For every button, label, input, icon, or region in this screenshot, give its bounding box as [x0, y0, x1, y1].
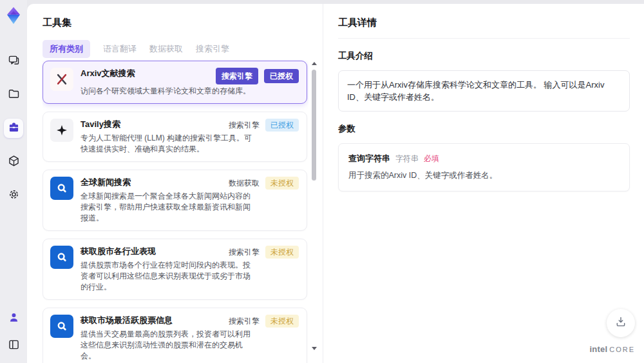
category-tab[interactable]: 数据获取: [149, 40, 183, 58]
category-badge: 搜索引擎: [229, 315, 260, 328]
scroll-up-arrow[interactable]: [312, 62, 317, 65]
auth-status-badge: 未授权: [265, 315, 299, 328]
tool-card[interactable]: Arxiv文献搜索 搜索引擎 已授权 访问各个研究领域大量科学论文和文章的存储库…: [43, 61, 307, 104]
tool-description: 提供当天交易量最高的股票列表，投资者可以利用这些信息来识别流动性强的股票和潜在的…: [80, 329, 256, 362]
auth-status-badge: 已授权: [264, 69, 299, 83]
sparkle-icon: [50, 119, 73, 142]
tool-name: Arxiv文献搜索: [80, 68, 135, 79]
tool-card[interactable]: 获取股市各行业表现 搜索引擎 未授权 提供股票市场各个行业在特定时间段内的表现。…: [43, 239, 307, 300]
page-title: 工具集: [43, 17, 71, 29]
arxiv-icon: [50, 68, 73, 91]
tool-description: 专为人工智能代理 (LLM) 构建的搜索引擎工具。可快速提供实时、准确和真实的结…: [80, 133, 256, 155]
tool-description: 全球新闻搜索是一个聚合全球各大新闻网站内容的搜索引擎，帮助用户快速获取全球最新资…: [80, 191, 256, 224]
tool-description: 访问各个研究领域大量科学论文和文章的存储库。: [80, 86, 256, 97]
sidebar-item-toolbox[interactable]: [4, 119, 23, 138]
category-tab[interactable]: 语言翻译: [103, 40, 137, 58]
app-window: 工具集 所有类别 语言翻译 数据获取 搜索引擎: [0, 0, 644, 363]
tool-card[interactable]: 全球新闻搜索 数据获取 未授权 全球新闻搜索是一个聚合全球各大新闻网站内容的搜索…: [43, 170, 307, 231]
param-description: 用于搜索的Arxiv ID、关键字或作者姓名。: [348, 170, 620, 181]
intro-text: 一个用于从Arxiv存储库搜索科学论文和文章的工具。 输入可以是Arxiv ID…: [338, 70, 630, 112]
sidebar-item-settings[interactable]: [4, 186, 23, 205]
tool-list: Arxiv文献搜索 搜索引擎 已授权 访问各个研究领域大量科学论文和文章的存储库…: [43, 61, 308, 363]
tool-name: 全球新闻搜索: [80, 177, 131, 188]
tool-card[interactable]: 获取市场最活跃股票信息 搜索引擎 未授权 提供当天交易量最高的股票列表，投资者可…: [43, 308, 307, 363]
news-search-icon: [50, 177, 73, 200]
download-icon: [614, 315, 627, 331]
tools-panel: 工具集 所有类别 语言翻译 数据获取 搜索引擎: [27, 4, 323, 363]
category-badge: 搜索引擎: [229, 119, 260, 132]
sidebar-item-account[interactable]: [4, 309, 23, 328]
list-scrollbar[interactable]: [311, 61, 317, 351]
auth-status-badge: 已授权: [265, 119, 299, 132]
param-name: 查询字符串: [348, 153, 390, 164]
cube-icon: [7, 154, 21, 170]
app-logo-icon: [3, 5, 24, 26]
tool-name: 获取市场最活跃股票信息: [80, 315, 173, 326]
gear-icon: [7, 188, 21, 204]
detail-title: 工具详情: [338, 17, 630, 39]
panel-icon: [7, 338, 21, 354]
tool-name: Tavily搜索: [80, 119, 120, 130]
params-heading: 参数: [338, 123, 630, 135]
main-content: 工具集 所有类别 语言翻译 数据获取 搜索引擎: [27, 4, 644, 363]
category-tabs: 所有类别 语言翻译 数据获取 搜索引擎: [43, 40, 229, 58]
chat-icon: [7, 54, 21, 70]
sidebar-item-collapse[interactable]: [4, 336, 23, 355]
download-button[interactable]: [607, 309, 635, 337]
auth-status-badge: 未授权: [265, 246, 299, 259]
sidebar-item-files[interactable]: [4, 85, 23, 104]
tool-name: 获取股市各行业表现: [80, 246, 156, 257]
scrollbar-thumb[interactable]: [312, 70, 316, 181]
param-type: 字符串: [395, 153, 419, 164]
category-tab[interactable]: 所有类别: [43, 40, 90, 58]
folder-icon: [7, 87, 21, 103]
category-badge: 搜索引擎: [216, 68, 258, 84]
category-badge: 数据获取: [229, 177, 260, 190]
intro-heading: 工具介绍: [338, 50, 630, 62]
sidebar-item-models[interactable]: [4, 152, 23, 172]
auth-status-badge: 未授权: [265, 177, 299, 190]
user-icon: [7, 311, 21, 327]
category-badge: 搜索引擎: [229, 246, 260, 259]
tool-detail-panel: 工具详情 工具介绍 一个用于从Arxiv存储库搜索科学论文和文章的工具。 输入可…: [324, 4, 644, 363]
scroll-down-arrow[interactable]: [312, 347, 317, 350]
sidebar-item-chat[interactable]: [4, 52, 23, 71]
tool-card[interactable]: Tavily搜索 搜索引擎 已授权 专为人工智能代理 (LLM) 构建的搜索引擎…: [43, 112, 307, 162]
intel-core-logo: intel core: [589, 344, 635, 354]
toolbox-icon: [7, 121, 21, 137]
parameter-card: 查询字符串 字符串 必填 用于搜索的Arxiv ID、关键字或作者姓名。: [338, 143, 630, 191]
param-required-flag: 必填: [424, 153, 439, 164]
category-tab[interactable]: 搜索引擎: [196, 40, 229, 58]
news-search-icon: [50, 246, 73, 269]
news-search-icon: [50, 315, 73, 338]
left-rail: [0, 0, 27, 363]
tool-description: 提供股票市场各个行业在特定时间段内的表现。投资者可以利用这些信息来识别表现优于或…: [80, 260, 256, 293]
